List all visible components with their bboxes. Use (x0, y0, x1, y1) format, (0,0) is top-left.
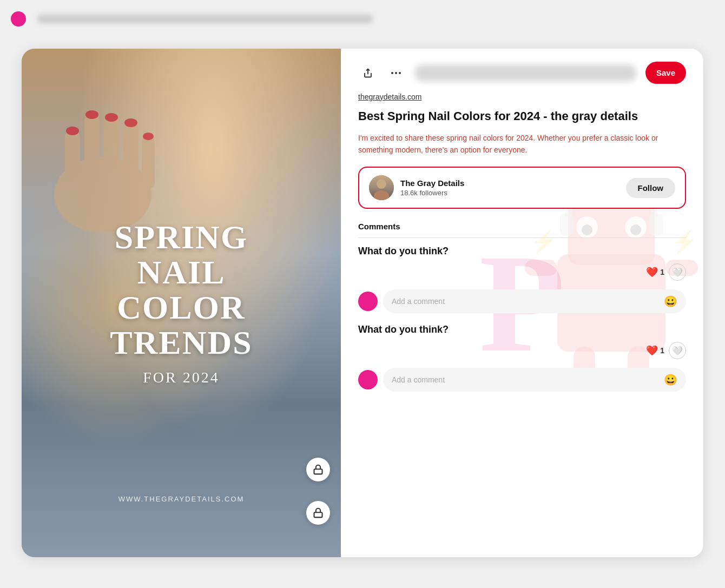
emoji-button-1[interactable]: 😀 (664, 295, 677, 308)
lock-button-1[interactable] (306, 458, 330, 481)
author-text: The Gray Details 18.6k followers (400, 179, 464, 197)
heart-emoji-2: ❤️ (646, 345, 658, 356)
svg-point-31 (395, 72, 397, 74)
svg-rect-12 (314, 512, 322, 517)
svg-point-33 (377, 179, 386, 189)
author-avatar (369, 175, 394, 200)
comment-avatar-2 (358, 370, 378, 389)
svg-point-30 (391, 72, 393, 74)
image-url: WWW.THEGRAYDETAILS.COM (22, 495, 341, 503)
follow-button[interactable]: Follow (626, 178, 676, 198)
svg-point-32 (399, 72, 401, 74)
header-blur-area (414, 64, 637, 82)
profile-dot (11, 11, 26, 27)
more-options-button[interactable] (386, 63, 406, 83)
svg-point-34 (374, 190, 389, 200)
heart-emoji-1: ❤️ (646, 266, 658, 278)
header-icons (358, 63, 406, 83)
comment-input-wrapper-1[interactable]: Add a comment 😀 (383, 289, 686, 313)
author-info: The Gray Details 18.6k followers (369, 175, 464, 200)
author-name: The Gray Details (400, 179, 464, 188)
image-subtitle: FOR 2024 (143, 369, 219, 386)
comment-action-row-1: ❤️ 1 🤍 (358, 263, 686, 281)
share-button[interactable] (358, 63, 378, 83)
like-badge-1: ❤️ 1 (646, 266, 664, 278)
header-row: Save (358, 62, 686, 84)
lock-button-2[interactable] (306, 501, 330, 525)
comment-prompt-1: What do you think? (358, 246, 686, 257)
author-card: The Gray Details 18.6k followers Follow (358, 167, 686, 209)
post-description: I'm excited to share these spring nail c… (358, 132, 686, 156)
avatar-image (369, 175, 394, 200)
like-count-2: 1 (660, 346, 664, 355)
comments-label: Comments (358, 222, 686, 231)
like-count-1: 1 (660, 268, 664, 276)
heart-outline-1[interactable]: 🤍 (669, 263, 686, 281)
image-panel: SPRING NAIL COLOR TRENDS FOR 2024 WWW.TH… (22, 49, 341, 557)
comment-input-row-2: Add a comment 😀 (358, 368, 686, 392)
comment-avatar-1 (358, 292, 378, 311)
author-followers: 18.6k followers (400, 189, 464, 197)
comment-input-row-1: Add a comment 😀 (358, 289, 686, 313)
comment-input-wrapper-2[interactable]: Add a comment 😀 (383, 368, 686, 392)
comment-placeholder-1: Add a comment (392, 297, 445, 306)
comment-prompt-2: What do you think? (358, 324, 686, 335)
post-title: Best Spring Nail Colors for 2024 - the g… (358, 109, 686, 124)
source-link[interactable]: thegraydetails.com (358, 93, 686, 101)
top-bar (0, 0, 725, 38)
heart-outline-2[interactable]: 🤍 (669, 342, 686, 359)
comment-action-row-2: ❤️ 1 🤍 (358, 342, 686, 359)
svg-rect-11 (314, 469, 322, 474)
image-title: SPRING NAIL COLOR TRENDS (110, 220, 253, 360)
emoji-button-2[interactable]: 😀 (664, 373, 677, 386)
comment-divider (358, 237, 686, 238)
top-bar-blur (37, 14, 373, 24)
main-container: SPRING NAIL COLOR TRENDS FOR 2024 WWW.TH… (22, 49, 703, 557)
image-text-overlay: SPRING NAIL COLOR TRENDS FOR 2024 (22, 49, 341, 557)
like-badge-2: ❤️ 1 (646, 345, 664, 356)
right-panel: P (341, 49, 703, 557)
comment-placeholder-2: Add a comment (392, 375, 445, 384)
save-button[interactable]: Save (645, 62, 686, 84)
